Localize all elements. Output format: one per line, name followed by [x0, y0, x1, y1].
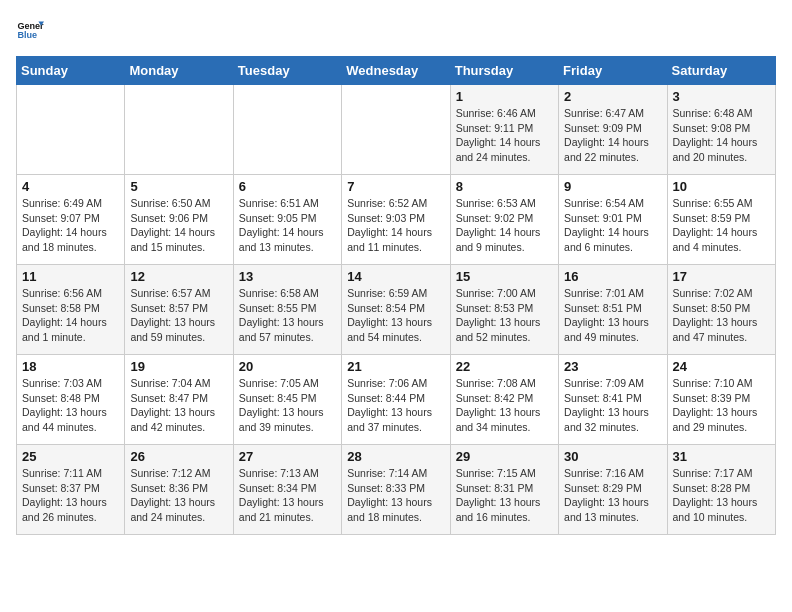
day-number: 9: [564, 179, 661, 194]
calendar-table: SundayMondayTuesdayWednesdayThursdayFrid…: [16, 56, 776, 535]
page-header: General Blue: [16, 16, 776, 44]
calendar-cell: 29Sunrise: 7:15 AM Sunset: 8:31 PM Dayli…: [450, 445, 558, 535]
day-number: 26: [130, 449, 227, 464]
day-info: Sunrise: 6:59 AM Sunset: 8:54 PM Dayligh…: [347, 286, 444, 345]
day-number: 29: [456, 449, 553, 464]
svg-text:Blue: Blue: [17, 30, 37, 40]
calendar-cell: [342, 85, 450, 175]
day-number: 22: [456, 359, 553, 374]
day-info: Sunrise: 7:11 AM Sunset: 8:37 PM Dayligh…: [22, 466, 119, 525]
day-number: 31: [673, 449, 770, 464]
day-header-sunday: Sunday: [17, 57, 125, 85]
calendar-body: 1Sunrise: 6:46 AM Sunset: 9:11 PM Daylig…: [17, 85, 776, 535]
day-info: Sunrise: 6:48 AM Sunset: 9:08 PM Dayligh…: [673, 106, 770, 165]
day-info: Sunrise: 7:14 AM Sunset: 8:33 PM Dayligh…: [347, 466, 444, 525]
calendar-cell: 16Sunrise: 7:01 AM Sunset: 8:51 PM Dayli…: [559, 265, 667, 355]
day-number: 19: [130, 359, 227, 374]
calendar-cell: 25Sunrise: 7:11 AM Sunset: 8:37 PM Dayli…: [17, 445, 125, 535]
day-number: 5: [130, 179, 227, 194]
day-number: 11: [22, 269, 119, 284]
calendar-cell: [125, 85, 233, 175]
day-number: 25: [22, 449, 119, 464]
day-header-saturday: Saturday: [667, 57, 775, 85]
calendar-cell: 31Sunrise: 7:17 AM Sunset: 8:28 PM Dayli…: [667, 445, 775, 535]
day-info: Sunrise: 6:53 AM Sunset: 9:02 PM Dayligh…: [456, 196, 553, 255]
calendar-cell: 27Sunrise: 7:13 AM Sunset: 8:34 PM Dayli…: [233, 445, 341, 535]
day-info: Sunrise: 7:09 AM Sunset: 8:41 PM Dayligh…: [564, 376, 661, 435]
calendar-cell: 9Sunrise: 6:54 AM Sunset: 9:01 PM Daylig…: [559, 175, 667, 265]
day-info: Sunrise: 7:15 AM Sunset: 8:31 PM Dayligh…: [456, 466, 553, 525]
day-info: Sunrise: 7:12 AM Sunset: 8:36 PM Dayligh…: [130, 466, 227, 525]
week-row-4: 18Sunrise: 7:03 AM Sunset: 8:48 PM Dayli…: [17, 355, 776, 445]
calendar-cell: 21Sunrise: 7:06 AM Sunset: 8:44 PM Dayli…: [342, 355, 450, 445]
calendar-cell: [17, 85, 125, 175]
day-number: 27: [239, 449, 336, 464]
day-info: Sunrise: 7:04 AM Sunset: 8:47 PM Dayligh…: [130, 376, 227, 435]
day-info: Sunrise: 7:02 AM Sunset: 8:50 PM Dayligh…: [673, 286, 770, 345]
day-number: 14: [347, 269, 444, 284]
day-info: Sunrise: 7:01 AM Sunset: 8:51 PM Dayligh…: [564, 286, 661, 345]
day-info: Sunrise: 6:51 AM Sunset: 9:05 PM Dayligh…: [239, 196, 336, 255]
calendar-cell: 28Sunrise: 7:14 AM Sunset: 8:33 PM Dayli…: [342, 445, 450, 535]
day-info: Sunrise: 6:57 AM Sunset: 8:57 PM Dayligh…: [130, 286, 227, 345]
day-header-monday: Monday: [125, 57, 233, 85]
logo-icon: General Blue: [16, 16, 44, 44]
calendar-cell: 19Sunrise: 7:04 AM Sunset: 8:47 PM Dayli…: [125, 355, 233, 445]
calendar-cell: 2Sunrise: 6:47 AM Sunset: 9:09 PM Daylig…: [559, 85, 667, 175]
day-info: Sunrise: 7:10 AM Sunset: 8:39 PM Dayligh…: [673, 376, 770, 435]
day-info: Sunrise: 7:03 AM Sunset: 8:48 PM Dayligh…: [22, 376, 119, 435]
logo: General Blue: [16, 16, 44, 44]
day-info: Sunrise: 7:17 AM Sunset: 8:28 PM Dayligh…: [673, 466, 770, 525]
calendar-header: SundayMondayTuesdayWednesdayThursdayFrid…: [17, 57, 776, 85]
day-info: Sunrise: 6:46 AM Sunset: 9:11 PM Dayligh…: [456, 106, 553, 165]
day-number: 30: [564, 449, 661, 464]
calendar-cell: 18Sunrise: 7:03 AM Sunset: 8:48 PM Dayli…: [17, 355, 125, 445]
day-info: Sunrise: 6:47 AM Sunset: 9:09 PM Dayligh…: [564, 106, 661, 165]
day-info: Sunrise: 6:55 AM Sunset: 8:59 PM Dayligh…: [673, 196, 770, 255]
day-number: 16: [564, 269, 661, 284]
day-number: 6: [239, 179, 336, 194]
day-number: 24: [673, 359, 770, 374]
calendar-cell: 22Sunrise: 7:08 AM Sunset: 8:42 PM Dayli…: [450, 355, 558, 445]
calendar-cell: 3Sunrise: 6:48 AM Sunset: 9:08 PM Daylig…: [667, 85, 775, 175]
week-row-2: 4Sunrise: 6:49 AM Sunset: 9:07 PM Daylig…: [17, 175, 776, 265]
calendar-cell: 11Sunrise: 6:56 AM Sunset: 8:58 PM Dayli…: [17, 265, 125, 355]
day-info: Sunrise: 6:56 AM Sunset: 8:58 PM Dayligh…: [22, 286, 119, 345]
day-number: 8: [456, 179, 553, 194]
day-info: Sunrise: 7:08 AM Sunset: 8:42 PM Dayligh…: [456, 376, 553, 435]
day-number: 12: [130, 269, 227, 284]
calendar-cell: [233, 85, 341, 175]
calendar-cell: 24Sunrise: 7:10 AM Sunset: 8:39 PM Dayli…: [667, 355, 775, 445]
day-info: Sunrise: 7:13 AM Sunset: 8:34 PM Dayligh…: [239, 466, 336, 525]
calendar-cell: 12Sunrise: 6:57 AM Sunset: 8:57 PM Dayli…: [125, 265, 233, 355]
calendar-cell: 14Sunrise: 6:59 AM Sunset: 8:54 PM Dayli…: [342, 265, 450, 355]
header-row: SundayMondayTuesdayWednesdayThursdayFrid…: [17, 57, 776, 85]
day-header-wednesday: Wednesday: [342, 57, 450, 85]
day-info: Sunrise: 7:06 AM Sunset: 8:44 PM Dayligh…: [347, 376, 444, 435]
day-number: 2: [564, 89, 661, 104]
calendar-cell: 7Sunrise: 6:52 AM Sunset: 9:03 PM Daylig…: [342, 175, 450, 265]
day-number: 10: [673, 179, 770, 194]
day-number: 4: [22, 179, 119, 194]
day-info: Sunrise: 6:50 AM Sunset: 9:06 PM Dayligh…: [130, 196, 227, 255]
day-number: 3: [673, 89, 770, 104]
day-number: 13: [239, 269, 336, 284]
calendar-cell: 13Sunrise: 6:58 AM Sunset: 8:55 PM Dayli…: [233, 265, 341, 355]
calendar-cell: 20Sunrise: 7:05 AM Sunset: 8:45 PM Dayli…: [233, 355, 341, 445]
calendar-cell: 10Sunrise: 6:55 AM Sunset: 8:59 PM Dayli…: [667, 175, 775, 265]
calendar-cell: 5Sunrise: 6:50 AM Sunset: 9:06 PM Daylig…: [125, 175, 233, 265]
day-number: 1: [456, 89, 553, 104]
day-info: Sunrise: 7:05 AM Sunset: 8:45 PM Dayligh…: [239, 376, 336, 435]
calendar-cell: 6Sunrise: 6:51 AM Sunset: 9:05 PM Daylig…: [233, 175, 341, 265]
day-info: Sunrise: 6:54 AM Sunset: 9:01 PM Dayligh…: [564, 196, 661, 255]
calendar-cell: 8Sunrise: 6:53 AM Sunset: 9:02 PM Daylig…: [450, 175, 558, 265]
calendar-cell: 23Sunrise: 7:09 AM Sunset: 8:41 PM Dayli…: [559, 355, 667, 445]
calendar-cell: 26Sunrise: 7:12 AM Sunset: 8:36 PM Dayli…: [125, 445, 233, 535]
day-number: 18: [22, 359, 119, 374]
calendar-cell: 30Sunrise: 7:16 AM Sunset: 8:29 PM Dayli…: [559, 445, 667, 535]
day-info: Sunrise: 6:49 AM Sunset: 9:07 PM Dayligh…: [22, 196, 119, 255]
day-header-friday: Friday: [559, 57, 667, 85]
day-number: 23: [564, 359, 661, 374]
day-info: Sunrise: 6:58 AM Sunset: 8:55 PM Dayligh…: [239, 286, 336, 345]
day-number: 21: [347, 359, 444, 374]
